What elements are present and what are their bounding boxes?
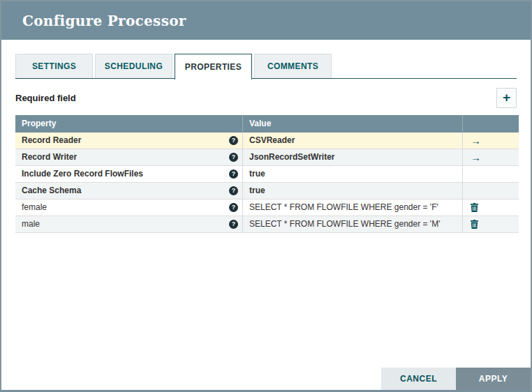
property-name: Record Reader xyxy=(22,133,81,149)
property-cell: female ? xyxy=(15,199,242,216)
tab-properties[interactable]: PROPERTIES xyxy=(175,54,252,80)
actions-cell xyxy=(462,183,519,199)
table-header-row: Property Value xyxy=(15,115,519,133)
property-name: male xyxy=(22,216,40,232)
property-name: female xyxy=(22,199,47,216)
table-row[interactable]: Record Writer ? JsonRecordSetWriter → xyxy=(15,149,519,166)
help-icon[interactable]: ? xyxy=(229,153,238,162)
actions-cell: → xyxy=(462,149,519,165)
column-header-actions xyxy=(462,115,519,133)
value-cell[interactable]: CSVReader xyxy=(242,133,462,149)
property-cell: Cache Schema ? xyxy=(15,183,242,199)
actions-cell xyxy=(462,216,519,232)
cancel-button[interactable]: CANCEL xyxy=(381,368,456,390)
property-cell: Include Zero Record FlowFiles ? xyxy=(15,166,242,182)
actions-cell: → xyxy=(462,133,519,149)
dialog-title: Configure Processor xyxy=(22,13,186,29)
property-name: Include Zero Record FlowFiles xyxy=(22,166,143,182)
go-to-service-icon[interactable]: → xyxy=(471,150,481,165)
actions-cell xyxy=(462,166,519,182)
column-header-value: Value xyxy=(242,115,462,133)
table-row[interactable]: Cache Schema ? true xyxy=(15,183,519,199)
help-icon[interactable]: ? xyxy=(229,220,238,229)
go-to-service-icon[interactable]: → xyxy=(471,133,481,149)
property-name: Record Writer xyxy=(22,149,77,165)
property-cell: Record Reader ? xyxy=(15,133,242,149)
delete-icon[interactable] xyxy=(471,203,478,212)
table-row[interactable]: Record Reader ? CSVReader → xyxy=(15,133,519,149)
dialog-footer: CANCEL APPLY xyxy=(381,368,531,390)
property-cell: Record Writer ? xyxy=(15,149,242,165)
tab-scheduling[interactable]: SCHEDULING xyxy=(95,54,172,78)
value-cell[interactable]: true xyxy=(242,166,462,182)
table-row[interactable]: male ? SELECT * FROM FLOWFILE WHERE gend… xyxy=(15,216,519,233)
apply-button[interactable]: APPLY xyxy=(456,368,531,390)
value-cell[interactable]: true xyxy=(242,183,462,199)
table-row[interactable]: Include Zero Record FlowFiles ? true xyxy=(15,166,519,183)
help-icon[interactable]: ? xyxy=(229,169,238,179)
properties-table: Property Value Record Reader ? CSVReader… xyxy=(15,115,519,233)
actions-cell xyxy=(462,199,519,216)
value-cell[interactable]: SELECT * FROM FLOWFILE WHERE gender = 'M… xyxy=(242,216,462,232)
properties-subheader: Required field + xyxy=(15,87,517,108)
dialog-header: Configure Processor xyxy=(1,1,531,40)
value-cell[interactable]: SELECT * FROM FLOWFILE WHERE gender = 'F… xyxy=(242,199,462,216)
tab-bar: SETTINGS SCHEDULING PROPERTIES COMMENTS xyxy=(15,54,517,79)
tab-settings[interactable]: SETTINGS xyxy=(15,54,93,78)
add-property-button[interactable]: + xyxy=(496,88,517,108)
configure-processor-dialog: Configure Processor SETTINGS SCHEDULING … xyxy=(0,0,532,392)
help-icon[interactable]: ? xyxy=(229,203,238,212)
property-name: Cache Schema xyxy=(22,183,81,199)
property-cell: male ? xyxy=(15,216,242,232)
delete-icon[interactable] xyxy=(471,220,478,229)
help-icon[interactable]: ? xyxy=(229,136,238,145)
table-row[interactable]: female ? SELECT * FROM FLOWFILE WHERE ge… xyxy=(15,199,519,216)
plus-icon: + xyxy=(503,90,510,105)
tab-comments[interactable]: COMMENTS xyxy=(254,54,332,78)
column-header-property: Property xyxy=(15,115,242,133)
help-icon[interactable]: ? xyxy=(229,186,238,195)
value-cell[interactable]: JsonRecordSetWriter xyxy=(242,149,462,165)
required-field-label: Required field xyxy=(15,93,76,103)
